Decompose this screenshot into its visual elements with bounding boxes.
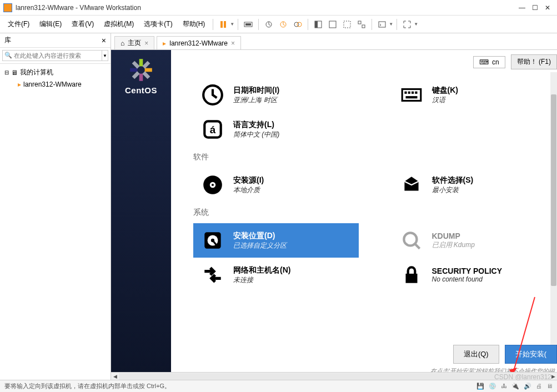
option-destination[interactable]: 安装位置(D)已选择自定义分区	[193, 223, 359, 258]
window-controls: — ☐ ✕	[519, 4, 554, 12]
svg-rect-14	[379, 22, 385, 27]
option-keyboard-sub: 汉语	[432, 96, 458, 105]
tree-root-mycomputer[interactable]: ⊟ 🖥 我的计算机	[2, 66, 108, 79]
tree-vm-label: lanren312-WMware	[23, 81, 82, 88]
svg-point-7	[297, 22, 302, 27]
minimize-button[interactable]: —	[519, 4, 525, 12]
tab-home[interactable]: ⌂ 主页 ×	[114, 36, 154, 49]
svg-rect-9	[315, 21, 318, 28]
centos-logo-icon	[129, 58, 153, 82]
expand-icon[interactable]: ⊟	[4, 69, 9, 76]
svg-rect-18	[130, 68, 137, 72]
disk-icon	[200, 228, 225, 253]
menu-tabs[interactable]: 选项卡(T)	[139, 17, 177, 31]
snapshot-manager-icon[interactable]	[291, 18, 304, 31]
fullscreen-dropdown[interactable]: ▼	[414, 22, 418, 27]
keyboard-layout-indicator[interactable]: ⌨ cn	[473, 56, 505, 68]
view-split-icon[interactable]	[326, 18, 339, 31]
close-button[interactable]: ✕	[545, 4, 550, 12]
status-cd-icon[interactable]: 💿	[489, 383, 496, 390]
svg-point-34	[212, 184, 214, 186]
pause-dropdown[interactable]: ▼	[230, 22, 234, 27]
option-language[interactable]: á 语言支持(L)简体中文 (中国)	[193, 112, 360, 147]
option-kdump[interactable]: KDUMP已启用 Kdump	[392, 223, 558, 258]
option-datetime-sub: 亚洲/上海 时区	[233, 96, 279, 105]
option-network-sub: 未连接	[233, 275, 290, 285]
option-security[interactable]: SECURITY POLICYNo content found	[392, 258, 558, 292]
option-source[interactable]: 安装源(I)本地介质	[193, 168, 359, 202]
unity-icon[interactable]	[355, 18, 368, 31]
svg-rect-22	[132, 61, 140, 69]
send-ctrl-alt-del-icon[interactable]	[242, 18, 255, 31]
sidebar-title: 库	[4, 36, 11, 45]
vm-console[interactable]: CentOS ⌨ cn 帮助！ (F1) 日期和时间(	[111, 50, 557, 380]
sidebar-close-icon[interactable]: ×	[102, 36, 106, 45]
tab-vm-close[interactable]: ×	[231, 39, 235, 47]
pause-button[interactable]	[217, 18, 230, 31]
menu-edit[interactable]: 编辑(E)	[35, 17, 66, 31]
option-network[interactable]: 网络和主机名(N)未连接	[193, 258, 359, 292]
menubar: 文件(F) 编辑(E) 查看(V) 虚拟机(M) 选项卡(T) 帮助(H) ▼ …	[0, 16, 557, 33]
search-input[interactable]	[2, 50, 102, 61]
option-security-sub: No content found	[432, 275, 503, 283]
help-button[interactable]: 帮助！ (F1)	[511, 54, 557, 69]
menu-file[interactable]: 文件(F)	[3, 17, 34, 31]
quit-button[interactable]: 退出(Q)	[453, 345, 499, 364]
keyboard-large-icon	[399, 82, 424, 108]
status-usb-icon[interactable]: 🔌	[511, 383, 519, 390]
fullscreen-icon[interactable]	[400, 18, 414, 31]
status-text: 要将输入定向到该虚拟机，请在虚拟机内部单击或按 Ctrl+G。	[4, 382, 170, 390]
svg-text:á: á	[210, 124, 216, 135]
svg-rect-13	[362, 25, 365, 28]
titlebar: lanren312-WMware - VMware Workstation — …	[0, 0, 557, 16]
section-system: 系统	[193, 208, 557, 218]
option-datetime-title: 日期和时间(I)	[233, 86, 279, 96]
console-dropdown[interactable]: ▼	[389, 22, 393, 27]
vm-horizontal-scrollbar[interactable]: ◀ ▶	[111, 372, 557, 380]
tree-vm-lanren312[interactable]: ▸ lanren312-WMware	[2, 79, 108, 90]
keyboard-layout-label: cn	[492, 58, 499, 66]
option-security-title: SECURITY POLICY	[432, 267, 503, 275]
statusbar: 要将输入定向到该虚拟机，请在虚拟机内部单击或按 Ctrl+G。 💾 💿 🖧 🔌 …	[0, 380, 557, 392]
network-icon	[200, 262, 225, 288]
maximize-button[interactable]: ☐	[532, 4, 538, 12]
console-icon[interactable]	[375, 18, 389, 31]
status-net-icon[interactable]: 🖧	[501, 383, 507, 390]
svg-rect-29	[405, 96, 417, 98]
menu-view[interactable]: 查看(V)	[67, 17, 98, 31]
view-grid-icon[interactable]	[340, 18, 354, 31]
option-keyboard[interactable]: 键盘(K)汉语	[392, 78, 558, 112]
snapshot-revert-icon[interactable]	[277, 18, 290, 31]
vm-icon: ▸	[18, 81, 21, 88]
tab-vm[interactable]: ▸ lanren312-WMware ×	[157, 36, 241, 49]
status-disk-icon[interactable]: 💾	[476, 383, 484, 390]
menu-vm[interactable]: 虚拟机(M)	[99, 17, 138, 31]
main-area: ⌂ 主页 × ▸ lanren312-WMware × CentOS ⌨ cn	[111, 33, 557, 380]
option-datetime[interactable]: 日期和时间(I)亚洲/上海 时区	[193, 78, 359, 112]
begin-install-button[interactable]: 开始安装(	[505, 345, 557, 364]
status-device-icons: 💾 💿 🖧 🔌 🔊 🖨 🖥	[476, 383, 553, 390]
package-icon	[399, 172, 424, 198]
svg-rect-12	[358, 21, 361, 24]
section-software: 软件	[193, 152, 557, 162]
installer-scrollbar[interactable]	[550, 72, 557, 346]
tab-home-close[interactable]: ×	[144, 39, 148, 47]
tab-vm-label: lanren312-WMware	[169, 39, 228, 47]
snapshot-icon[interactable]	[262, 18, 275, 31]
svg-rect-1	[224, 21, 226, 28]
scroll-left-icon[interactable]: ◀	[111, 374, 119, 379]
clock-icon	[200, 82, 225, 108]
menu-help[interactable]: 帮助(H)	[178, 17, 210, 31]
search-dropdown[interactable]: ▼	[102, 50, 108, 61]
disc-icon	[200, 172, 225, 198]
svg-rect-26	[408, 92, 410, 94]
status-sound-icon[interactable]: 🔊	[524, 383, 531, 390]
status-display-icon[interactable]: 🖥	[546, 383, 553, 390]
svg-rect-3	[245, 23, 251, 26]
sidebar-header: 库 ×	[0, 33, 111, 48]
option-software-selection[interactable]: 软件选择(S)最小安装	[392, 168, 558, 202]
status-printer-icon[interactable]: 🖨	[536, 383, 542, 390]
view-single-icon[interactable]	[312, 18, 325, 31]
option-swsel-sub: 最小安装	[432, 185, 474, 195]
centos-label: CentOS	[125, 86, 157, 95]
